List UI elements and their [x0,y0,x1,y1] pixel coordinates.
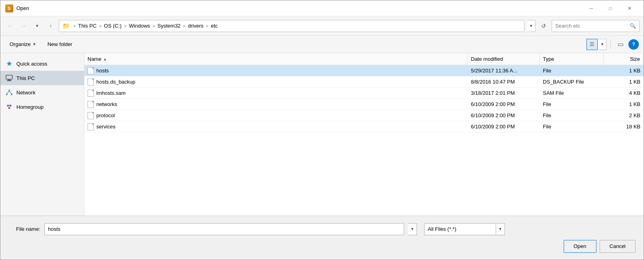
svg-point-3 [8,90,10,91]
table-row[interactable]: networks 6/10/2009 2:00 PM File 1 KB [84,99,644,110]
sidebar-item-quick-access[interactable]: ★ Quick access [0,56,84,71]
minimize-button[interactable]: ─ [582,2,600,14]
file-date-cell: 3/18/2017 2:01 PM [468,90,540,96]
address-bar: ← → ▼ ↑ 📁 > This PC > OS (C:) > Windows … [0,16,644,36]
network-icon [5,88,13,96]
table-row[interactable]: hosts.ds_backup 8/8/2016 10:47 PM DS_BAC… [84,76,644,88]
file-type-cell: File [540,112,604,118]
cancel-button[interactable]: Cancel [600,240,636,253]
filetype-select[interactable]: All Files (*.*) [424,223,496,235]
file-icon [88,90,94,97]
file-name-cell: hosts.ds_backup [84,78,468,86]
filename-label: File name: [8,226,40,232]
back-button[interactable]: ← [4,20,16,32]
file-date-cell: 5/29/2017 11:36 A... [468,68,540,74]
file-size-cell: 4 KB [604,90,644,96]
folder-icon: 📁 [62,22,70,30]
svg-point-4 [6,94,8,95]
up-button[interactable]: ↑ [45,20,56,32]
sidebar: ★ Quick access This PC [0,53,84,216]
file-type-cell: File [540,68,604,74]
path-separator-2: > [124,24,126,28]
refresh-button[interactable]: ↺ [538,20,549,32]
search-icon[interactable]: 🔍 [630,23,636,29]
column-header-type[interactable]: Type [540,53,604,65]
help-button[interactable]: ? [628,39,639,50]
view-list-button[interactable]: ☰ [586,39,598,50]
sidebar-item-homegroup[interactable]: Homegroup [0,100,84,114]
file-name-cell: hosts [84,67,468,74]
file-icon [88,67,94,74]
address-dropdown-button[interactable]: ▼ [527,20,536,32]
preview-pane-button[interactable]: ▭ [615,39,626,50]
svg-line-6 [7,91,9,94]
title-bar: S Open ─ □ ✕ [0,0,644,16]
column-header-size[interactable]: Size [604,53,644,65]
path-separator-0: > [73,24,76,28]
action-row: Open Cancel [8,240,636,253]
sidebar-item-network[interactable]: Network [0,85,84,100]
filename-input[interactable] [44,223,404,235]
forward-button[interactable]: → [18,20,29,32]
app-icon: S [5,4,13,12]
sidebar-item-label-this-pc: This PC [16,75,35,81]
organize-button[interactable]: Organize ▼ [5,39,41,50]
table-row[interactable]: services 6/10/2009 2:00 PM File 18 KB [84,121,644,132]
svg-rect-0 [6,75,12,79]
sidebar-item-label-network: Network [16,90,36,96]
table-row[interactable]: lmhosts.sam 3/18/2017 2:01 PM SAM File 4… [84,88,644,99]
file-date-cell: 6/10/2009 2:00 PM [468,124,540,130]
main-content: ★ Quick access This PC [0,53,644,216]
file-type-cell: File [540,124,604,130]
column-header-name[interactable]: Name ▲ [84,53,468,65]
svg-point-5 [11,94,12,95]
column-header-date[interactable]: Date modified [468,53,540,65]
view-buttons: ☰ ▼ [586,39,606,50]
file-size-cell: 1 KB [604,68,644,74]
file-type-cell: SAM File [540,90,604,96]
file-size-cell: 1 KB [604,101,644,107]
filename-dropdown-button[interactable]: ▼ [408,223,417,235]
svg-rect-1 [8,80,11,80]
filetype-dropdown-button[interactable]: ▼ [496,223,505,235]
title-controls: ─ □ ✕ [582,2,639,14]
search-input[interactable] [555,23,627,29]
new-folder-button[interactable]: New folder [43,39,77,50]
file-size-cell: 18 KB [604,124,644,130]
file-date-cell: 6/10/2009 2:00 PM [468,112,540,118]
sidebar-item-label-quick-access: Quick access [16,61,47,67]
file-type-cell: DS_BACKUP File [540,79,604,85]
view-dropdown-button[interactable]: ▼ [598,39,606,50]
maximize-button[interactable]: □ [601,2,620,14]
filetype-container: All Files (*.*) ▼ [424,223,505,235]
this-pc-icon [5,74,13,82]
recent-locations-button[interactable]: ▼ [32,20,43,32]
sidebar-item-this-pc[interactable]: This PC [0,71,84,85]
path-part-3: System32 [158,23,181,29]
address-path[interactable]: 📁 > This PC > OS (C:) > Windows > System… [59,20,524,32]
close-button[interactable]: ✕ [620,2,639,14]
file-list: Name ▲ Date modified Type Size hosts [84,53,644,216]
bottom-bar: File name: ▼ All Files (*.*) ▼ Open Canc… [0,216,644,260]
table-row[interactable]: hosts 5/29/2017 11:36 A... File 1 KB [84,65,644,76]
path-part-4: drivers [188,23,203,29]
svg-point-10 [8,107,10,109]
file-date-cell: 6/10/2009 2:00 PM [468,101,540,107]
search-box: 🔍 [552,20,640,32]
file-name-cell: services [84,123,468,130]
svg-point-9 [10,105,12,107]
file-name-cell: networks [84,101,468,108]
organize-chevron-icon: ▼ [32,42,36,46]
homegroup-icon [5,103,13,111]
file-name-cell: lmhosts.sam [84,90,468,97]
path-part-1: OS (C:) [104,23,122,29]
view-separator [610,40,611,49]
file-icon [88,78,94,86]
dialog-title: Open [16,5,29,11]
table-row[interactable]: protocol 6/10/2009 2:00 PM File 2 KB [84,110,644,121]
open-button[interactable]: Open [564,240,596,253]
filename-row: File name: ▼ All Files (*.*) ▼ [8,223,636,235]
path-separator-3: > [152,24,155,28]
path-separator-4: > [183,24,185,28]
file-size-cell: 2 KB [604,112,644,118]
